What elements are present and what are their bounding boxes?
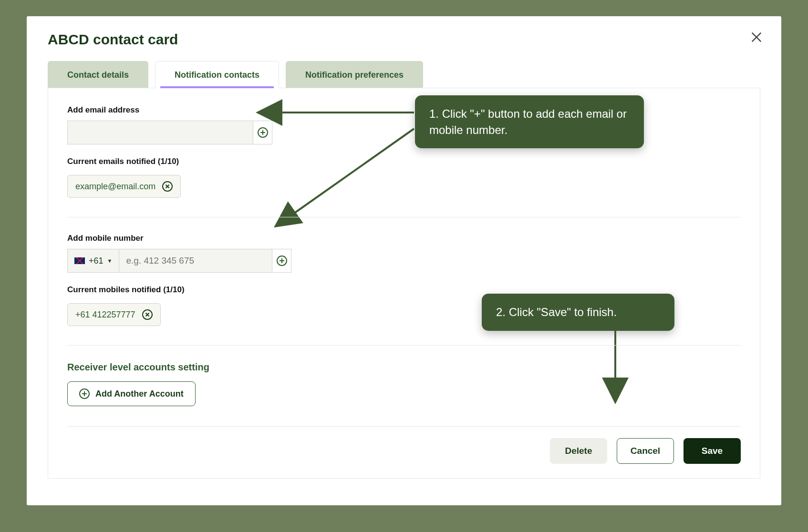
tab-contact-details[interactable]: Contact details bbox=[48, 61, 148, 88]
tab-notification-contacts[interactable]: Notification contacts bbox=[155, 61, 279, 88]
add-another-account-button[interactable]: Add Another Account bbox=[67, 381, 196, 406]
email-input-group bbox=[67, 121, 272, 144]
modal-title: ABCD contact card bbox=[48, 31, 760, 48]
contact-card-modal: ABCD contact card Contact details Notifi… bbox=[27, 16, 781, 505]
current-mobiles-label: Current mobiles notified (1/10) bbox=[67, 285, 741, 295]
email-input[interactable] bbox=[67, 121, 253, 144]
tab-bar: Contact details Notification contacts No… bbox=[48, 61, 760, 88]
tab-panel: Add email address Current emails notifie… bbox=[48, 88, 760, 479]
footer-actions: Delete Cancel Save bbox=[67, 438, 741, 464]
delete-button[interactable]: Delete bbox=[550, 438, 607, 464]
plus-icon bbox=[258, 127, 268, 138]
email-chip-text: example@email.com bbox=[75, 182, 155, 192]
close-icon[interactable] bbox=[750, 31, 763, 44]
email-chip: example@email.com bbox=[67, 175, 181, 198]
country-code-value: +61 bbox=[89, 256, 104, 266]
remove-mobile-icon[interactable] bbox=[142, 309, 153, 320]
divider bbox=[67, 345, 741, 346]
tab-notification-preferences[interactable]: Notification preferences bbox=[286, 61, 423, 88]
flag-icon bbox=[74, 257, 85, 264]
mobile-input-group: +61 ▼ bbox=[67, 249, 291, 273]
mobile-chip: +61 412257777 bbox=[67, 303, 161, 326]
chevron-down-icon: ▼ bbox=[107, 258, 113, 264]
plus-icon bbox=[277, 256, 287, 266]
add-another-account-label: Add Another Account bbox=[95, 389, 184, 399]
save-button[interactable]: Save bbox=[684, 438, 741, 464]
plus-icon bbox=[79, 389, 90, 399]
add-mobile-label: Add mobile number bbox=[67, 234, 741, 243]
divider bbox=[67, 217, 741, 217]
receiver-heading: Receiver level accounts setting bbox=[67, 362, 741, 373]
remove-email-icon[interactable] bbox=[162, 181, 173, 192]
add-email-label: Add email address bbox=[67, 105, 741, 115]
add-mobile-button[interactable] bbox=[272, 249, 291, 273]
mobile-input[interactable] bbox=[119, 249, 272, 273]
divider bbox=[67, 426, 741, 427]
add-email-button[interactable] bbox=[253, 121, 272, 144]
country-code-select[interactable]: +61 ▼ bbox=[67, 249, 119, 273]
cancel-button[interactable]: Cancel bbox=[617, 438, 674, 464]
mobile-chip-text: +61 412257777 bbox=[75, 310, 135, 320]
current-emails-label: Current emails notified (1/10) bbox=[67, 157, 741, 166]
